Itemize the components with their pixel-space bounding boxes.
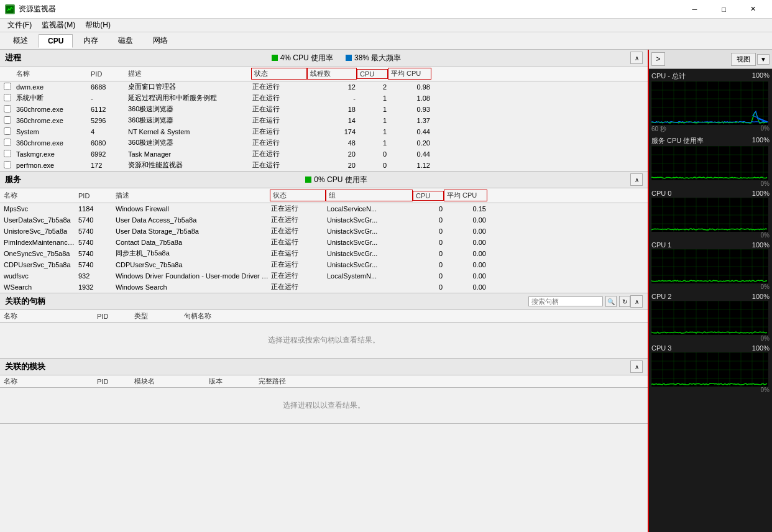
table-row[interactable]: 360chrome.exe 5296 360极速浏览器 正在运行 14 1 1.… (0, 115, 648, 126)
table-row[interactable]: 360chrome.exe 6080 360极速浏览器 正在运行 48 1 0.… (0, 137, 648, 149)
handle-search-button[interactable]: 🔍 (605, 296, 617, 307)
cpu-graph-2: CPU 0100%0% (651, 190, 770, 239)
modules-collapse[interactable]: ∧ (630, 360, 643, 373)
mod-col-path[interactable]: 完整路径 (257, 377, 645, 386)
svc-col-group[interactable]: 组 (326, 190, 413, 201)
svc-group: LocalServiceN... (326, 205, 413, 213)
table-row[interactable]: Taskmgr.exe 6992 Task Manager 正在运行 20 0 … (0, 149, 648, 160)
table-row[interactable]: MpsSvc 1184 Windows Firewall 正在运行 LocalS… (0, 203, 648, 214)
table-row[interactable]: CDPUserSvc_7b5a8a 5740 CDPUserSvc_7b5a8a… (0, 259, 648, 270)
hdl-col-name[interactable]: 名称 (2, 311, 96, 321)
services-title: 服务 (5, 174, 42, 185)
proc-checkbox[interactable] (2, 161, 15, 170)
hdl-col-pid[interactable]: PID (96, 313, 133, 320)
processes-collapse[interactable]: ∧ (630, 52, 643, 64)
maximize-button[interactable]: □ (710, 0, 738, 19)
menu-monitor[interactable]: 监视器(M) (37, 19, 80, 32)
svc-cpu: 0 (413, 272, 444, 280)
processes-rows: dwm.exe 6688 桌面窗口管理器 正在运行 12 2 0.98 系统中断… (0, 81, 648, 171)
proc-checkbox[interactable] (2, 127, 15, 136)
table-row[interactable]: PimIndexMaintenanceSvc_7b5... 5740 Conta… (0, 237, 648, 248)
tab-bar: 概述 CPU 内存 磁盘 网络 (0, 32, 772, 50)
svc-desc: CDPUserSvc_7b5a8a (114, 261, 270, 268)
tab-overview[interactable]: 概述 (4, 33, 37, 48)
proc-status: 正在运行 (251, 93, 307, 103)
mod-col-version[interactable]: 版本 (208, 377, 257, 386)
tab-disk[interactable]: 磁盘 (109, 33, 142, 48)
table-row[interactable]: 系统中断 - 延迟过程调用和中断服务例程 正在运行 - 1 1.08 (0, 93, 648, 104)
svc-col-cpu[interactable]: CPU (413, 191, 444, 201)
handles-collapse[interactable]: ∧ (630, 295, 643, 308)
svc-cpu-dot (305, 177, 311, 183)
mod-col-name[interactable]: 名称 (2, 377, 96, 386)
minimize-button[interactable]: ─ (681, 0, 709, 19)
proc-pid: 172 (90, 162, 127, 169)
services-collapse[interactable]: ∧ (630, 173, 643, 186)
table-row[interactable]: WSearch 1932 Windows Search 正在运行 0 0.00 (0, 282, 648, 293)
col-cpu[interactable]: CPU (357, 69, 388, 79)
svc-col-avgcpu[interactable]: 平均 CPU (444, 190, 487, 201)
svc-col-pid[interactable]: PID (77, 192, 114, 200)
svc-col-status[interactable]: 状态 (270, 190, 326, 201)
tab-memory[interactable]: 内存 (74, 33, 108, 48)
mod-col-pid[interactable]: PID (96, 378, 133, 385)
expand-button[interactable]: > (651, 52, 665, 66)
graph-bottom-percent-4: 0% (761, 335, 770, 342)
svc-cpu: 0 (413, 205, 444, 213)
proc-checkbox[interactable] (2, 116, 15, 125)
app-icon (5, 4, 15, 14)
table-row[interactable]: OneSyncSvc_7b5a8a 5740 同步主机_7b5a8a 正在运行 … (0, 248, 648, 259)
table-row[interactable]: perfmon.exe 172 资源和性能监视器 正在运行 20 0 1.12 (0, 160, 648, 171)
table-row[interactable]: UserDataSvc_7b5a8a 5740 User Data Access… (0, 214, 648, 226)
menu-file[interactable]: 文件(F) (2, 19, 37, 32)
handle-search-input[interactable] (528, 296, 603, 306)
svc-col-name[interactable]: 名称 (2, 191, 77, 200)
handle-search-area: 🔍 ↻ (528, 296, 630, 307)
table-row[interactable]: System 4 NT Kernel & System 正在运行 174 1 0… (0, 126, 648, 137)
svc-cpu: 0 (413, 216, 444, 224)
proc-checkbox[interactable] (2, 94, 15, 103)
hdl-col-type[interactable]: 类型 (133, 311, 183, 321)
handle-refresh-button[interactable]: ↻ (619, 296, 630, 307)
processes-stats: 4% CPU 使用率 38% 最大频率 (42, 53, 630, 63)
col-threads[interactable]: 线程数 (307, 68, 357, 80)
proc-checkbox[interactable] (2, 83, 15, 91)
cpu-graphs-container: CPU - 总计100%60 秒0%服务 CPU 使用率100%0%CPU 01… (649, 69, 772, 398)
graph-label-5: CPU 3 (651, 344, 671, 352)
view-label[interactable]: 视图 (731, 53, 756, 66)
proc-checkbox[interactable] (2, 105, 15, 114)
cpu-stat-label: 4% CPU 使用率 (280, 53, 333, 63)
svc-status: 正在运行 (270, 204, 326, 213)
table-row[interactable]: wudfsvc 932 Windows Driver Foundation - … (0, 270, 648, 282)
services-col-headers: 名称 PID 描述 状态 组 CPU 平均 CPU (0, 188, 648, 203)
proc-desc: 360极速浏览器 (127, 138, 251, 147)
svc-desc: Windows Search (114, 283, 270, 291)
col-name[interactable]: 名称 (15, 69, 90, 78)
tab-network[interactable]: 网络 (144, 33, 177, 48)
hdl-col-hname[interactable]: 句柄名称 (183, 311, 645, 321)
svc-avgcpu: 0.00 (444, 239, 487, 246)
svc-col-desc[interactable]: 描述 (114, 191, 270, 200)
proc-avgcpu: 0.20 (388, 139, 431, 147)
tab-cpu[interactable]: CPU (39, 34, 73, 48)
menu-help[interactable]: 帮助(H) (80, 19, 116, 32)
table-row[interactable]: dwm.exe 6688 桌面窗口管理器 正在运行 12 2 0.98 (0, 81, 648, 93)
svc-desc: Contact Data_7b5a8a (114, 239, 270, 246)
col-desc[interactable]: 描述 (127, 69, 251, 78)
view-arrow[interactable]: ▼ (757, 54, 770, 65)
cpu-graph-0: CPU - 总计100%60 秒0% (651, 71, 770, 134)
col-pid[interactable]: PID (90, 70, 127, 78)
graph-percent-1: 100% (752, 136, 770, 145)
close-button[interactable]: ✕ (739, 0, 767, 19)
col-avgcpu[interactable]: 平均 CPU (388, 68, 431, 80)
table-row[interactable]: 360chrome.exe 6112 360极速浏览器 正在运行 18 1 0.… (0, 104, 648, 115)
proc-avgcpu: 1.12 (388, 162, 431, 169)
svc-pid: 5740 (77, 239, 114, 246)
svc-status: 正在运行 (270, 249, 326, 258)
col-status[interactable]: 状态 (251, 68, 307, 80)
proc-checkbox[interactable] (2, 150, 15, 158)
proc-checkbox[interactable] (2, 139, 15, 147)
mod-col-module[interactable]: 模块名 (133, 377, 208, 386)
table-row[interactable]: UnistoreSvc_7b5a8a 5740 User Data Storag… (0, 226, 648, 237)
proc-cpu: 1 (357, 128, 388, 135)
